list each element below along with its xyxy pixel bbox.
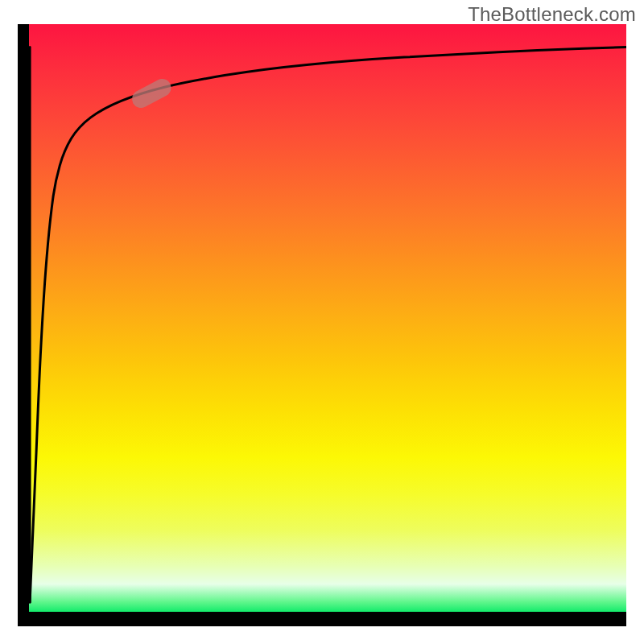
svg-rect-0 (129, 76, 174, 111)
plot-area (18, 24, 626, 626)
chart-wrapper: TheBottleneck.com (0, 0, 644, 644)
highlight-marker (129, 76, 174, 111)
curve-layer-svg (18, 24, 626, 626)
bottleneck-curve-path (30, 47, 626, 602)
watermark-text: TheBottleneck.com (468, 3, 636, 26)
